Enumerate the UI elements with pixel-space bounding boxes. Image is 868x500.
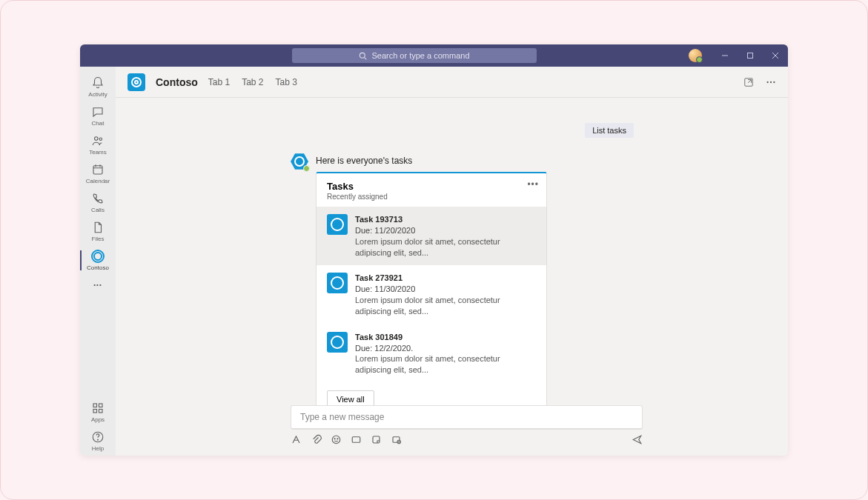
contoso-icon bbox=[91, 250, 105, 263]
window-maximize-button[interactable] bbox=[738, 44, 763, 67]
svg-point-21 bbox=[773, 81, 775, 82]
compose-input[interactable]: Type a new message bbox=[291, 405, 643, 430]
bot-message-text: Here is everyone's tasks bbox=[316, 153, 547, 172]
svg-rect-12 bbox=[93, 404, 97, 407]
teams-icon bbox=[91, 134, 105, 147]
rail-label: Calls bbox=[91, 207, 105, 213]
rail-more[interactable]: ••• bbox=[80, 278, 116, 292]
title-bar: Search or type a command bbox=[80, 44, 788, 67]
app-logo bbox=[127, 73, 145, 91]
task-row[interactable]: Task 301849 Due: 12/2/2020. Lorem ipsum … bbox=[317, 324, 546, 383]
svg-rect-14 bbox=[93, 410, 97, 413]
task-title: Task 301849 bbox=[355, 332, 536, 343]
card-subtitle: Recently assigned bbox=[327, 193, 536, 201]
rail-label: Teams bbox=[89, 149, 107, 156]
svg-rect-8 bbox=[93, 166, 102, 174]
rail-calendar[interactable]: Calendar bbox=[80, 159, 116, 188]
chat-icon bbox=[91, 105, 105, 119]
calendar-icon bbox=[91, 163, 105, 176]
rail-calls[interactable]: Calls bbox=[80, 188, 116, 217]
app-window: Search or type a command Activity Chat T… bbox=[80, 44, 788, 456]
svg-rect-13 bbox=[99, 404, 103, 407]
rail-label: Files bbox=[92, 236, 105, 242]
rail-label: Activity bbox=[88, 91, 107, 98]
sticker-icon[interactable] bbox=[371, 434, 382, 445]
rail-label: Apps bbox=[91, 416, 105, 423]
task-icon bbox=[327, 273, 348, 293]
gif-icon[interactable] bbox=[351, 434, 362, 445]
task-icon bbox=[327, 214, 348, 235]
rail-label: Calendar bbox=[86, 178, 110, 184]
task-desc: Lorem ipsum dolor sit amet, consectetur … bbox=[355, 353, 536, 376]
svg-line-1 bbox=[365, 57, 367, 59]
task-icon bbox=[327, 332, 348, 353]
send-icon[interactable] bbox=[632, 434, 643, 445]
tab-1[interactable]: Tab 1 bbox=[208, 77, 230, 87]
rail-activity[interactable]: Activity bbox=[80, 73, 116, 101]
rail-label: Contoso bbox=[87, 264, 109, 271]
task-desc: Lorem ipsum dolor sit amet, consectetur … bbox=[355, 236, 536, 259]
rail-apps[interactable]: Apps bbox=[80, 398, 116, 427]
tasks-card: Tasks Recently assigned ••• Task 193713 … bbox=[316, 172, 547, 419]
svg-point-23 bbox=[334, 439, 335, 439]
tab-header: Contoso Tab 1 Tab 2 Tab 3 bbox=[116, 67, 788, 98]
file-icon bbox=[91, 221, 105, 234]
task-desc: Lorem ipsum dolor sit amet, consectetur … bbox=[355, 295, 536, 317]
rail-chat[interactable]: Chat bbox=[80, 101, 116, 130]
card-title: Tasks bbox=[327, 181, 536, 192]
card-menu-icon[interactable]: ••• bbox=[527, 179, 539, 190]
search-input[interactable]: Search or type a command bbox=[292, 48, 537, 63]
svg-point-24 bbox=[337, 439, 338, 439]
bell-icon bbox=[91, 76, 105, 90]
task-due: Due: 11/30/2020 bbox=[355, 284, 536, 295]
extensions-icon[interactable] bbox=[391, 434, 402, 445]
rail-label: Chat bbox=[92, 120, 105, 127]
rail-label: Help bbox=[92, 445, 104, 452]
popout-icon[interactable] bbox=[743, 77, 754, 87]
svg-point-19 bbox=[766, 81, 768, 82]
phone-icon bbox=[91, 192, 105, 205]
task-due: Due: 11/20/2020 bbox=[355, 225, 536, 236]
tab-3[interactable]: Tab 3 bbox=[275, 77, 296, 87]
user-message-pill: List tasks bbox=[585, 123, 634, 138]
task-title: Task 273921 bbox=[355, 273, 536, 284]
task-row[interactable]: Task 193713 Due: 11/20/2020 Lorem ipsum … bbox=[317, 207, 546, 265]
task-title: Task 193713 bbox=[355, 214, 536, 225]
svg-point-22 bbox=[332, 436, 340, 444]
app-rail: Activity Chat Teams Calendar Calls Files bbox=[80, 67, 116, 456]
attach-icon[interactable] bbox=[311, 434, 322, 445]
tab-2[interactable]: Tab 2 bbox=[242, 77, 263, 87]
help-icon bbox=[91, 430, 105, 444]
bot-avatar bbox=[291, 153, 308, 170]
task-row[interactable]: Task 273921 Due: 11/30/2020 Lorem ipsum … bbox=[317, 265, 546, 324]
rail-teams[interactable]: Teams bbox=[80, 130, 116, 159]
rail-help[interactable]: Help bbox=[80, 427, 116, 456]
rail-files[interactable]: Files bbox=[80, 217, 116, 246]
search-icon bbox=[359, 52, 367, 60]
svg-rect-15 bbox=[99, 410, 103, 413]
search-placeholder: Search or type a command bbox=[371, 51, 469, 60]
window-minimize-button[interactable] bbox=[712, 44, 738, 67]
more-icon[interactable] bbox=[766, 77, 776, 87]
svg-rect-3 bbox=[748, 53, 753, 59]
svg-point-6 bbox=[95, 137, 99, 141]
svg-point-17 bbox=[98, 439, 99, 440]
app-title: Contoso bbox=[156, 76, 198, 88]
emoji-icon[interactable] bbox=[331, 434, 342, 445]
svg-point-7 bbox=[99, 138, 102, 140]
rail-contoso[interactable]: Contoso bbox=[80, 246, 116, 275]
window-close-button[interactable] bbox=[763, 44, 788, 67]
format-icon[interactable] bbox=[291, 434, 302, 445]
svg-point-0 bbox=[360, 53, 365, 58]
apps-icon bbox=[91, 401, 105, 415]
svg-rect-25 bbox=[352, 437, 360, 443]
task-due: Due: 12/2/2020. bbox=[355, 343, 536, 354]
svg-rect-26 bbox=[373, 436, 380, 443]
svg-point-20 bbox=[770, 81, 772, 82]
avatar[interactable] bbox=[689, 49, 702, 62]
